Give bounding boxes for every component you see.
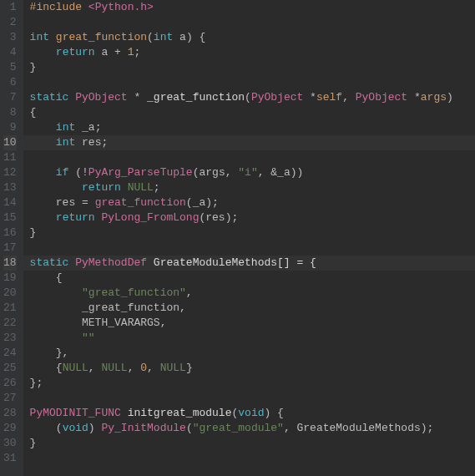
line-number: 29 bbox=[3, 421, 17, 436]
code-token: great_function bbox=[56, 31, 147, 43]
code-line[interactable]: if (!PyArg_ParseTuple(args, "i", &_a)) bbox=[30, 165, 475, 180]
code-token: static bbox=[30, 91, 76, 104]
code-line[interactable]: int res; bbox=[23, 135, 475, 150]
line-number: 4 bbox=[3, 45, 17, 60]
line-number: 22 bbox=[3, 316, 17, 331]
line-number: 18 bbox=[3, 256, 17, 271]
code-token: _a; bbox=[82, 121, 101, 134]
code-line[interactable]: "great_function", bbox=[30, 286, 475, 301]
line-number: 25 bbox=[3, 361, 17, 376]
line-number: 17 bbox=[3, 241, 17, 256]
code-token: ) { bbox=[265, 407, 284, 419]
code-token: Py_InitModule bbox=[101, 422, 185, 434]
code-token: void bbox=[63, 422, 88, 434]
code-token bbox=[30, 166, 56, 179]
line-number: 13 bbox=[3, 180, 17, 195]
code-token bbox=[30, 181, 82, 194]
code-line[interactable]: }; bbox=[30, 376, 475, 391]
code-token: (! bbox=[75, 166, 88, 179]
code-token: "great_module" bbox=[193, 422, 284, 434]
line-number: 23 bbox=[3, 331, 17, 346]
code-line[interactable]: return PyLong_FromLong(res); bbox=[30, 210, 475, 225]
line-number: 19 bbox=[3, 271, 17, 286]
code-line[interactable]: { bbox=[30, 271, 475, 286]
code-line[interactable] bbox=[30, 150, 475, 165]
code-line[interactable]: (void) Py_InitModule("great_module", Gre… bbox=[30, 421, 475, 436]
code-line[interactable]: int great_function(int a) { bbox=[30, 30, 475, 45]
code-token: return bbox=[82, 181, 128, 194]
code-token bbox=[30, 211, 56, 224]
code-token: NULL bbox=[160, 362, 186, 374]
code-editor-area[interactable]: #include <Python.h> int great_function(i… bbox=[23, 0, 475, 476]
code-line[interactable]: int _a; bbox=[30, 120, 475, 135]
code-line[interactable]: { bbox=[30, 105, 475, 120]
line-number: 7 bbox=[3, 90, 17, 105]
code-token: PyArg_ParseTuple bbox=[88, 166, 193, 179]
code-line[interactable]: METH_VARARGS, bbox=[30, 316, 475, 331]
line-number: 26 bbox=[3, 376, 17, 391]
code-line[interactable] bbox=[30, 15, 475, 30]
code-token: , bbox=[88, 362, 102, 374]
code-token: res; bbox=[82, 136, 108, 149]
code-line[interactable] bbox=[30, 451, 475, 466]
code-line[interactable] bbox=[30, 241, 475, 256]
code-token: static bbox=[30, 256, 76, 269]
code-token: { bbox=[30, 271, 63, 284]
line-number: 6 bbox=[3, 75, 17, 90]
code-token: , bbox=[342, 91, 356, 104]
code-token: <Python.h> bbox=[88, 1, 154, 13]
line-number: 5 bbox=[3, 60, 17, 75]
code-token: args bbox=[421, 91, 447, 104]
code-token: int bbox=[56, 136, 82, 149]
code-line[interactable]: } bbox=[30, 225, 475, 241]
code-token: ( bbox=[147, 31, 154, 43]
line-number: 3 bbox=[3, 30, 17, 45]
code-token: ; bbox=[154, 181, 160, 194]
code-token: ; bbox=[134, 46, 140, 58]
code-line[interactable]: static PyObject * _great_function(PyObje… bbox=[30, 90, 475, 105]
line-number: 28 bbox=[3, 406, 17, 421]
code-line[interactable]: return NULL; bbox=[30, 180, 475, 195]
code-token: _great_function, bbox=[30, 301, 186, 314]
code-token: #include bbox=[30, 1, 88, 13]
code-line[interactable]: }, bbox=[30, 346, 475, 361]
code-token bbox=[30, 136, 56, 149]
code-line[interactable] bbox=[30, 391, 475, 406]
code-line[interactable] bbox=[30, 75, 475, 90]
code-line[interactable]: static PyMethodDef GreateModuleMethods[]… bbox=[23, 256, 475, 271]
code-token: + bbox=[114, 46, 128, 58]
line-number: 1 bbox=[3, 0, 17, 15]
code-line[interactable]: _great_function, bbox=[30, 301, 475, 316]
code-token: NULL bbox=[63, 362, 88, 374]
code-token: if bbox=[56, 166, 75, 179]
code-token bbox=[30, 121, 56, 134]
code-line[interactable]: } bbox=[30, 60, 475, 75]
code-line[interactable]: return a + 1; bbox=[30, 45, 475, 60]
code-line[interactable]: res = great_function(_a); bbox=[30, 195, 475, 210]
code-line[interactable]: } bbox=[30, 436, 475, 451]
line-number: 9 bbox=[3, 120, 17, 135]
line-number: 20 bbox=[3, 286, 17, 301]
code-token: , GreateModuleMethods); bbox=[284, 422, 433, 434]
code-token: return bbox=[56, 46, 102, 58]
code-token: * bbox=[310, 91, 316, 104]
code-token: great_function bbox=[95, 196, 186, 209]
code-token: (res); bbox=[199, 211, 238, 224]
code-token: a bbox=[101, 46, 114, 58]
code-line[interactable]: PyMODINIT_FUNC initgreat_module(void) { bbox=[30, 406, 475, 421]
code-line[interactable]: "" bbox=[30, 331, 475, 346]
code-token: void bbox=[238, 407, 264, 419]
code-line[interactable]: #include <Python.h> bbox=[30, 0, 475, 15]
code-line[interactable]: {NULL, NULL, 0, NULL} bbox=[30, 361, 475, 376]
code-token: } bbox=[30, 437, 37, 449]
code-token: a bbox=[179, 31, 186, 43]
code-token: NULL bbox=[101, 362, 127, 374]
line-number: 11 bbox=[3, 150, 17, 165]
code-token: ) bbox=[88, 422, 102, 434]
code-token: PyObject bbox=[75, 91, 134, 104]
code-token: ) bbox=[447, 91, 453, 104]
line-number: 27 bbox=[3, 391, 17, 406]
code-token: }, bbox=[30, 347, 69, 359]
code-token: PyLong_FromLong bbox=[101, 211, 199, 224]
code-token: ( bbox=[245, 91, 251, 104]
